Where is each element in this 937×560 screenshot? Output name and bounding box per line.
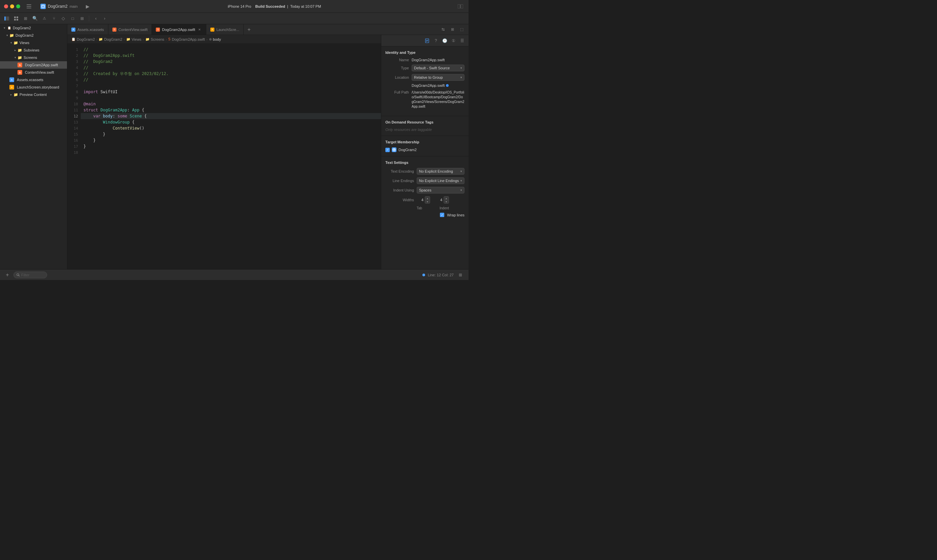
code-line-15: }: [81, 131, 381, 137]
indent-stepper-control[interactable]: ▲ ▼: [444, 196, 449, 204]
svg-rect-11: [14, 19, 16, 20]
search-icon[interactable]: 🔍: [31, 14, 39, 23]
filter-input[interactable]: Filter: [14, 272, 47, 278]
breadcrumb-item-screens[interactable]: 📁 Screens: [145, 37, 164, 42]
add-editor-button[interactable]: ⊞: [448, 26, 456, 34]
widths-container: 4 ▲ ▼ 4 ▲ ▼: [417, 196, 465, 204]
split-view-button[interactable]: [456, 2, 465, 11]
sidebar-item-contentview-swift[interactable]: S ContentView.swift: [0, 69, 67, 76]
swift-file-icon: S: [17, 63, 22, 67]
breadcrumb-item-project[interactable]: 📋 DogGram2: [71, 37, 95, 42]
sidebar-item-screens[interactable]: ▾ 📁 Screens: [0, 54, 67, 61]
filter-icon[interactable]: ☰: [458, 37, 466, 45]
tab-stepper-control[interactable]: ▲ ▼: [425, 196, 430, 204]
code-line-10: @main: [81, 101, 381, 107]
folder-icon: 📁: [17, 55, 22, 60]
chevron-down-icon: ▾: [460, 169, 462, 173]
target-checkbox[interactable]: ✓: [385, 148, 390, 152]
chevron-icon: ▸: [14, 48, 17, 52]
sidebar-item-launchscreen[interactable]: X LaunchScreen.storyboard: [0, 83, 67, 91]
maximize-button[interactable]: [16, 5, 20, 8]
location-filename: DogGram2App.swift: [412, 83, 445, 88]
tab-contentview[interactable]: S ContentView.swift: [108, 24, 152, 35]
history-icon[interactable]: 🕐: [441, 37, 448, 45]
breadcrumb-item-views[interactable]: 📁 Views: [126, 37, 142, 42]
hierarchy-icon[interactable]: ⊞: [22, 14, 29, 23]
line-number: 18: [69, 149, 78, 155]
file-inspector-icon[interactable]: [423, 37, 431, 45]
tab-label: Assets.xcassets: [77, 28, 104, 32]
location-dropdown[interactable]: Relative to Group ▾: [412, 74, 465, 81]
tab-increment-button[interactable]: ▲: [425, 197, 430, 200]
code-line-7: [81, 83, 381, 89]
indent-width-value: 4: [435, 198, 442, 202]
add-file-button[interactable]: +: [4, 272, 11, 278]
wrap-lines-checkbox[interactable]: ✓: [440, 213, 444, 217]
breakpoint-icon[interactable]: ◇: [59, 14, 67, 23]
indent-using-dropdown[interactable]: Spaces ▾: [417, 187, 465, 194]
svg-rect-7: [5, 17, 6, 20]
navigator-toggle-icon[interactable]: [3, 14, 11, 23]
line-number: 16: [69, 137, 78, 143]
line-number: 17: [69, 143, 78, 149]
tab-doggram2app[interactable]: S DogGram2App.swift ✕: [152, 24, 206, 35]
tab-launchscreen[interactable]: X LaunchScre...: [206, 24, 244, 35]
name-row: Name DogGram2App.swift: [385, 58, 465, 62]
target-name: DogGram2: [398, 148, 417, 152]
svg-line-20: [19, 275, 20, 276]
indent-increment-button[interactable]: ▲: [444, 197, 449, 200]
code-editor[interactable]: 1 2 3 4 5 6 7 8 9 10 11 12 13 14: [67, 44, 381, 269]
toolbar: ⊞ 🔍 ⚠ ⑂ ◇ □ ⊞ ‹ ›: [0, 13, 469, 24]
breadcrumb-separator: ›: [166, 37, 167, 42]
breadcrumb-item-folder1[interactable]: 📁 DogGram2: [98, 37, 122, 42]
related-files-button[interactable]: ⇆: [439, 26, 447, 34]
close-button[interactable]: [4, 5, 8, 8]
sidebar-item-subviews[interactable]: ▸ 📁 Subviews: [0, 46, 67, 54]
code-line-12: var body: some Scene {: [81, 113, 381, 119]
canvas-button[interactable]: ⬚: [458, 26, 466, 34]
breadcrumb-item-file[interactable]: S DogGram2App.swift: [168, 37, 205, 42]
sidebar-item-doggram2-project[interactable]: ▾ 📋 DogGram2: [0, 24, 67, 32]
sidebar-item-label: Subviews: [23, 48, 39, 52]
text-encoding-label: Text Encoding: [385, 169, 414, 173]
back-button[interactable]: ‹: [92, 14, 100, 23]
text-encoding-dropdown[interactable]: No Explicit Encoding ▾: [417, 168, 465, 175]
sidebar-item-views[interactable]: ▾ 📁 Views: [0, 39, 67, 46]
warning-icon[interactable]: ⚠: [40, 14, 48, 23]
sidebar-item-assets[interactable]: A Assets.xcassets: [0, 76, 67, 83]
traffic-lights: [4, 5, 20, 8]
quick-help-icon[interactable]: ?: [432, 37, 440, 45]
branch-icon[interactable]: ⑂: [50, 14, 58, 23]
breadcrumb-item-symbol[interactable]: ⊛ body: [209, 37, 221, 42]
full-path-value: /Users/w00ds/Desktop/iOS_Portfolio/Swift…: [412, 91, 465, 108]
on-demand-section: On Demand Resource Tags Only resources a…: [382, 116, 469, 136]
issues-icon[interactable]: [12, 14, 20, 23]
tab-decrement-button[interactable]: ▼: [425, 200, 430, 203]
indent-stepper: 4 ▲ ▼: [435, 196, 449, 204]
sidebar-item-doggram2app-swift[interactable]: S DogGram2App.swift: [0, 61, 67, 69]
indent-decrement-button[interactable]: ▼: [444, 200, 449, 203]
minimize-button[interactable]: [10, 5, 14, 8]
sidebar-item-preview-content[interactable]: ▸ 📁 Preview Content: [0, 91, 67, 98]
environment-icon[interactable]: □: [69, 14, 77, 23]
code-line-14: ContentView(): [81, 125, 381, 131]
sidebar-item-label: Preview Content: [20, 92, 47, 97]
run-button[interactable]: ▶: [83, 2, 92, 11]
tab-icon-launchscreen: X: [210, 28, 214, 32]
editor-options-button[interactable]: ⊞: [456, 271, 465, 279]
code-lines[interactable]: // // DogGram2App.swift // DogGram2 // /…: [81, 44, 381, 269]
tab-close-button[interactable]: ✕: [197, 27, 202, 32]
tab-add-button[interactable]: +: [244, 24, 254, 35]
chevron-icon: ▸: [9, 93, 13, 96]
line-endings-dropdown[interactable]: No Explicit Line Endings ▾: [417, 177, 465, 184]
forward-button[interactable]: ›: [101, 14, 109, 23]
sidebar-item-doggram2-folder[interactable]: ▾ 📁 DogGram2: [0, 32, 67, 39]
svg-rect-10: [17, 17, 18, 18]
breadcrumb-label: DogGram2: [77, 37, 95, 42]
quick-help-2-icon[interactable]: ①: [450, 37, 457, 45]
type-dropdown[interactable]: Default - Swift Source ▾: [412, 65, 465, 71]
sidebar-toggle-button[interactable]: [26, 3, 32, 10]
more-icon[interactable]: ⊞: [78, 14, 86, 23]
tab-assets[interactable]: A Assets.xcassets: [67, 24, 108, 35]
line-number: 7: [69, 83, 78, 89]
